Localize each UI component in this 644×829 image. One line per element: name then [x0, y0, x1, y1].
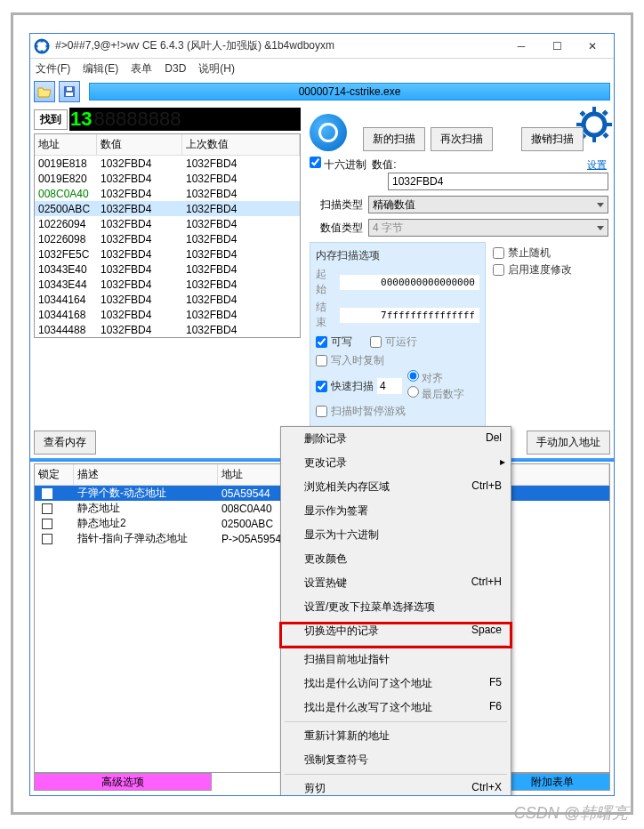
scan-results-list[interactable]: 地址 数值 上次数值 0019E8181032FBD41032FBD40019E… — [34, 133, 301, 338]
writable-check[interactable]: 可写 — [316, 334, 352, 350]
result-row[interactable]: 02500ABC1032FBD41032FBD4 — [35, 201, 300, 216]
menu-d3d[interactable]: D3D — [165, 62, 186, 75]
found-count-display: 13 88888888 — [69, 108, 301, 131]
context-menu-item[interactable]: 设置/更改下拉菜单选择选项 — [281, 595, 511, 619]
settings-link[interactable]: 设置 — [587, 158, 607, 172]
minimize-button[interactable]: ─ — [503, 35, 539, 58]
no-random-check[interactable]: 禁止随机 — [493, 245, 572, 261]
save-button[interactable] — [59, 81, 80, 102]
last-digit-radio[interactable]: 最后数字 — [407, 386, 464, 402]
chevron-down-icon — [597, 203, 604, 207]
context-menu-item[interactable]: 剪切Ctrl+X — [281, 777, 511, 796]
process-bar[interactable]: 00000714-cstrike.exe — [89, 83, 610, 101]
fast-scan-value[interactable] — [377, 378, 402, 394]
executable-check[interactable]: 可运行 — [370, 334, 417, 350]
start-address-input[interactable] — [340, 275, 479, 290]
titlebar: #>0##7,9@+!>wv CE 6.4.3 (风叶人-加强版) &1b4wd… — [30, 34, 614, 59]
svg-rect-2 — [66, 93, 73, 96]
context-menu-item[interactable]: 更改颜色 — [281, 547, 511, 571]
fast-scan-check[interactable]: 快速扫描 — [316, 379, 374, 394]
context-menu-item[interactable]: 重新计算新的地址 — [281, 724, 511, 748]
save-icon — [63, 85, 76, 98]
context-menu-item[interactable]: 强制复查符号 — [281, 748, 511, 772]
end-address-input[interactable] — [340, 308, 479, 323]
new-scan-button[interactable]: 新的扫描 — [363, 127, 425, 151]
folder-open-icon — [37, 85, 52, 98]
scan-type-label: 扫描类型 — [310, 197, 363, 213]
result-row[interactable]: 1032FE5C1032FBD41032FBD4 — [35, 246, 300, 262]
window-title: #>0##7,9@+!>wv CE 6.4.3 (风叶人-加强版) &1b4wd… — [55, 38, 503, 53]
result-row[interactable]: 102260941032FBD41032FBD4 — [35, 216, 300, 231]
context-menu-item[interactable]: 显示作为签署 — [281, 499, 511, 523]
context-menu-item[interactable]: 显示为十六进制 — [281, 523, 511, 547]
watermark: CSDN @韩曙亮 — [514, 802, 628, 824]
menu-help[interactable]: 说明(H) — [198, 61, 235, 76]
manual-add-button[interactable]: 手动加入地址 — [527, 431, 610, 455]
context-menu-item[interactable]: 找出是什么访问了这个地址F5 — [281, 672, 511, 696]
advanced-options-button[interactable]: 高级选项 — [34, 773, 212, 791]
result-row[interactable]: 10343E441032FBD41032FBD4 — [35, 277, 300, 292]
copy-on-write-check[interactable]: 写入时复制 — [316, 353, 479, 368]
context-menu-item[interactable]: 切换选中的记录Space — [281, 619, 511, 643]
context-menu-item[interactable]: 扫描目前地址指针 — [281, 648, 511, 672]
app-icon — [34, 38, 50, 54]
scan-type-combo[interactable]: 精确数值 — [368, 196, 608, 213]
context-menu-item[interactable]: 浏览相关内存区域Ctrl+B — [281, 475, 511, 499]
menu-edit[interactable]: 编辑(E) — [83, 61, 118, 76]
col-desc[interactable]: 描述 — [74, 464, 218, 485]
menu-table[interactable]: 表单 — [131, 61, 152, 76]
value-type-label: 数值类型 — [310, 221, 363, 236]
result-row[interactable]: 10343E401032FBD41032FBD4 — [35, 262, 300, 277]
value-input[interactable] — [388, 173, 608, 190]
context-menu-item[interactable]: 设置热键Ctrl+H — [281, 571, 511, 595]
context-menu-item[interactable]: 更改记录 — [281, 451, 511, 475]
menubar: 文件(F) 编辑(E) 表单 D3D 说明(H) — [30, 59, 614, 78]
result-row[interactable]: 008C0A401032FBD41032FBD4 — [35, 186, 300, 201]
pause-game-check[interactable]: 扫描时暂停游戏 — [316, 404, 479, 419]
hex-checkbox[interactable]: 十六进制 — [310, 157, 366, 173]
col-lock[interactable]: 锁定 — [35, 464, 74, 485]
close-button[interactable]: ✕ — [575, 35, 610, 58]
view-memory-button[interactable]: 查看内存 — [34, 431, 96, 455]
chevron-down-icon — [597, 226, 604, 230]
value-type-combo[interactable]: 4 字节 — [368, 219, 608, 237]
result-row[interactable]: 102260981032FBD41032FBD4 — [35, 231, 300, 246]
result-row[interactable]: 0019E8201032FBD41032FBD4 — [35, 171, 300, 186]
found-label: 找到 — [34, 109, 68, 130]
menu-file[interactable]: 文件(F) — [36, 61, 70, 76]
align-radio[interactable]: 对齐 — [407, 370, 464, 386]
open-button[interactable] — [34, 81, 55, 102]
context-menu: 删除记录Del更改记录浏览相关内存区域Ctrl+B显示作为签署显示为十六进制更改… — [280, 426, 511, 796]
result-row[interactable]: 103441681032FBD41032FBD4 — [35, 307, 300, 322]
context-menu-item[interactable]: 删除记录Del — [281, 427, 511, 451]
result-row[interactable]: 0019E8181032FBD41032FBD4 — [35, 156, 300, 171]
svg-rect-3 — [67, 87, 72, 91]
memory-scan-group: 内存扫描选项 起始 结束 可写 可运行 写入时复制 快速扫描 对齐 最后数字 — [310, 242, 486, 427]
context-menu-item[interactable]: 找出是什么改写了这个地址F6 — [281, 696, 511, 720]
next-scan-button[interactable]: 再次扫描 — [431, 127, 493, 151]
result-row[interactable]: 103444881032FBD41032FBD4 — [35, 322, 300, 337]
speed-check[interactable]: 启用速度修改 — [493, 262, 572, 278]
maximize-button[interactable]: ☐ — [539, 35, 575, 58]
result-row[interactable]: 103441641032FBD41032FBD4 — [35, 292, 300, 307]
col-address[interactable]: 地址 — [35, 134, 97, 155]
attach-table-button[interactable]: 附加表单 — [495, 773, 610, 791]
undo-scan-button[interactable]: 撤销扫描 — [521, 127, 584, 151]
col-previous[interactable]: 上次数值 — [182, 134, 300, 155]
search-icon[interactable] — [310, 114, 347, 151]
col-value[interactable]: 数值 — [97, 134, 182, 155]
